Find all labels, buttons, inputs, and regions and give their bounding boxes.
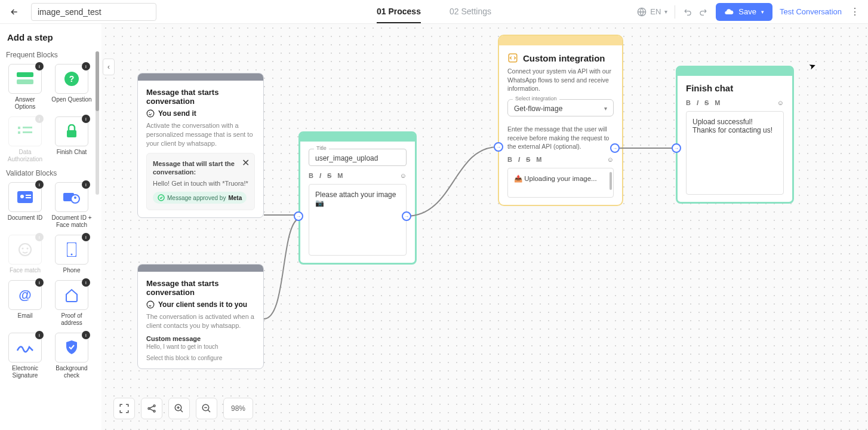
emoji-button[interactable]: ☺ <box>777 99 784 106</box>
test-conversation-link[interactable]: Test Conversation <box>780 7 842 16</box>
more-menu[interactable]: ⋮ <box>849 6 861 18</box>
strike-button[interactable]: S <box>704 99 709 106</box>
tile-face-match[interactable]: iFace match <box>5 235 45 274</box>
save-button[interactable]: Save ▾ <box>716 3 772 21</box>
node-subtitle: You send it <box>158 109 196 118</box>
tab-process[interactable]: 01 Process <box>377 0 421 23</box>
mono-button[interactable]: M <box>536 156 541 163</box>
flow-name-input[interactable] <box>31 3 156 21</box>
tile-email[interactable]: i@Email <box>5 280 45 327</box>
input-port[interactable] <box>294 211 303 221</box>
svg-rect-5 <box>18 127 20 129</box>
node-finish-chat[interactable]: Finish chat B I S M ☺ Upload successful!… <box>676 66 794 204</box>
custom-message-text: Hello, I want to get in touch <box>146 343 255 350</box>
bold-button[interactable]: B <box>686 99 691 106</box>
tab-settings[interactable]: 02 Settings <box>450 0 491 23</box>
tile-document-id[interactable]: iDocument ID <box>5 182 45 229</box>
zoom-in-button[interactable] <box>168 398 190 419</box>
sidebar-scrollbar[interactable] <box>96 51 99 195</box>
globe-icon <box>637 7 647 17</box>
configure-hint: Select this block to configure <box>146 355 255 361</box>
italic-button[interactable]: I <box>518 156 520 163</box>
strike-button[interactable]: S <box>327 172 331 179</box>
whatsapp-icon <box>146 300 155 309</box>
undo-button[interactable] <box>682 6 694 18</box>
flow-canvas[interactable]: Message that starts conversation You sen… <box>101 24 868 430</box>
close-icon[interactable]: ✕ <box>242 157 250 168</box>
svg-point-29 <box>153 410 155 412</box>
node-user-image-upload[interactable]: Title user_image_upload B I S M ☺ Please… <box>298 131 417 265</box>
emoji-button[interactable]: ☺ <box>400 172 407 179</box>
mono-button[interactable]: M <box>337 172 343 179</box>
email-icon: @ <box>17 287 33 303</box>
tile-background-check[interactable]: iBackground check <box>51 333 92 379</box>
finish-message-input[interactable]: Upload successful! Thanks for contacting… <box>686 111 784 195</box>
tile-proof-address[interactable]: iProof of address <box>51 280 92 327</box>
header-tabs: 01 Process 02 Settings <box>377 0 491 23</box>
shield-check-icon <box>65 340 78 355</box>
svg-point-28 <box>153 405 155 407</box>
fit-view-button[interactable] <box>113 398 135 419</box>
home-icon <box>64 288 79 302</box>
bold-button[interactable]: B <box>309 172 313 179</box>
svg-rect-12 <box>26 195 31 196</box>
language-selector[interactable]: EN ▾ <box>637 7 667 17</box>
italic-button[interactable]: I <box>697 99 698 106</box>
id-card-icon <box>17 191 33 203</box>
sidebar-title: Add a step <box>5 32 96 42</box>
signature-icon <box>16 342 34 353</box>
svg-point-19 <box>27 248 29 250</box>
strike-button[interactable]: S <box>526 156 530 163</box>
format-toolbar: B I S M ☺ <box>686 99 784 106</box>
sidebar-collapse-button[interactable]: ‹ <box>103 59 115 75</box>
node-custom-integration[interactable]: Custom integration Connect your system v… <box>498 35 623 206</box>
language-label: EN <box>650 7 661 16</box>
section-validator: Validator Blocks <box>6 169 96 177</box>
tile-finish-chat[interactable]: iFinish Chat <box>51 116 92 163</box>
canvas-toolbar: 98% <box>113 398 253 419</box>
svg-point-11 <box>20 195 24 198</box>
bold-button[interactable]: B <box>507 156 512 163</box>
tile-answer-options[interactable]: iAnswer Options <box>5 64 45 110</box>
back-button[interactable] <box>7 5 21 19</box>
question-icon: ? <box>64 71 79 87</box>
title-input[interactable]: Title user_image_upload <box>309 149 407 166</box>
chevron-down-icon: ▾ <box>604 105 607 111</box>
zoom-out-button[interactable] <box>196 398 217 419</box>
node-title: Finish chat <box>686 83 784 93</box>
integration-select[interactable]: Select integration Get-flow-image ▾ <box>507 99 614 116</box>
tile-electronic-signature[interactable]: iElectronic Signature <box>5 333 45 379</box>
svg-text:@: @ <box>19 287 31 302</box>
app-header: 01 Process 02 Settings EN ▾ Save ▾ Test … <box>0 0 868 24</box>
tile-open-question[interactable]: i?Open Question <box>51 64 92 110</box>
share-button[interactable] <box>141 398 162 419</box>
node-start-client-sends[interactable]: Message that starts conversation Your cl… <box>137 264 264 369</box>
tile-document-id-face[interactable]: iDocument ID + Face match <box>51 182 92 229</box>
section-frequent: Frequent Blocks <box>6 51 96 59</box>
node-title: Message that starts conversation <box>146 279 255 297</box>
svg-rect-9 <box>67 130 76 137</box>
tile-phone[interactable]: iPhone <box>51 235 92 274</box>
input-port[interactable] <box>494 142 503 152</box>
format-toolbar: B I S M ☺ <box>309 172 407 179</box>
tile-data-authorization[interactable]: iData Authorization <box>5 116 45 163</box>
output-port[interactable] <box>402 211 411 221</box>
message-body-input[interactable]: Please attach your image 📷 <box>309 184 407 256</box>
emoji-button[interactable]: ☺ <box>607 156 614 163</box>
svg-point-27 <box>148 408 150 410</box>
approved-badge: Message approved by Meta <box>153 192 247 204</box>
redo-button[interactable] <box>697 6 709 18</box>
input-port[interactable] <box>672 143 681 153</box>
italic-button[interactable]: I <box>319 172 321 179</box>
node-start-you-send[interactable]: Message that starts conversation You sen… <box>137 73 264 218</box>
check-circle-icon <box>158 194 165 201</box>
mono-button[interactable]: M <box>715 99 720 106</box>
format-toolbar: B I S M ☺ <box>507 156 614 163</box>
api-message-input[interactable]: 📤 Uploading your image... <box>507 168 614 198</box>
node-description: The conversation is activated when a cli… <box>146 312 255 330</box>
output-port[interactable] <box>610 143 620 153</box>
zoom-level[interactable]: 98% <box>223 398 253 419</box>
svg-rect-13 <box>26 197 31 198</box>
svg-point-23 <box>147 110 154 117</box>
code-icon <box>507 53 518 63</box>
